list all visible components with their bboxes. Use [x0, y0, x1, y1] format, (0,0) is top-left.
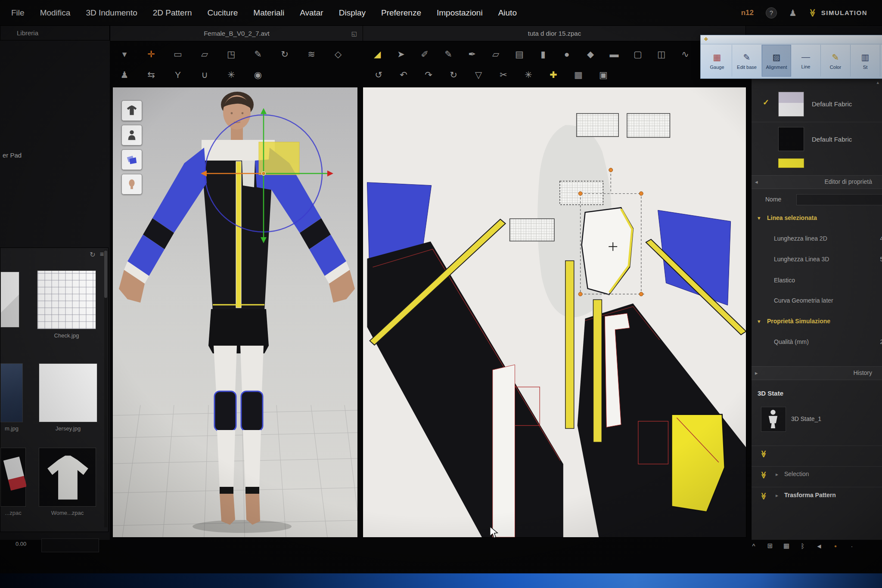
- dart-tool-icon[interactable]: ▬: [605, 45, 623, 64]
- status-field[interactable]: [41, 538, 99, 552]
- show-garment-button[interactable]: [121, 100, 142, 121]
- pattern-piece-white-sliver[interactable]: [493, 365, 515, 537]
- windows-grid-icon[interactable]: ⊞: [765, 540, 775, 552]
- circle-tool-icon[interactable]: ●: [558, 45, 576, 64]
- bone-move-icon[interactable]: ⇆: [142, 65, 160, 84]
- fabric-swatch-1[interactable]: [778, 92, 804, 117]
- library-thumb-jersey[interactable]: [39, 363, 97, 422]
- state-thumbnail[interactable]: [761, 407, 786, 432]
- edit-base-button[interactable]: ✎ Edit base: [732, 45, 762, 77]
- menu-item-impostazioni[interactable]: Impostazioni: [437, 8, 483, 18]
- bluetooth-icon[interactable]: ᛒ: [798, 540, 808, 552]
- pin-seam-icon[interactable]: Y: [169, 65, 187, 84]
- alignment-button[interactable]: ▨ Alignment: [762, 45, 791, 77]
- more-dot-icon[interactable]: ·: [847, 540, 857, 552]
- sewing-cut-icon[interactable]: ✂: [494, 65, 512, 84]
- add-point-icon[interactable]: ✎: [439, 45, 457, 64]
- pattern-piece-collar[interactable]: [582, 207, 633, 294]
- notification-dot-icon[interactable]: ●: [830, 540, 841, 552]
- fabric-rect-b[interactable]: [627, 114, 670, 138]
- library-thumb-garment-partial[interactable]: [0, 448, 26, 507]
- menu-item-cuciture[interactable]: Cuciture: [208, 8, 238, 18]
- history-header-bar[interactable]: ▸ History: [752, 366, 882, 380]
- menu-item-preferenze[interactable]: Preferenze: [381, 8, 421, 18]
- gizmo-mode-icon[interactable]: ◇: [329, 45, 347, 64]
- yellow-swatch[interactable]: [778, 158, 804, 168]
- menu-item-avatar[interactable]: Avatar: [300, 8, 323, 18]
- window-select-icon[interactable]: ◳: [222, 45, 240, 64]
- color-button[interactable]: ✎ Color: [821, 45, 851, 77]
- avatar-pose-icon[interactable]: ♟: [115, 65, 134, 84]
- menu-item-modifica[interactable]: Modifica: [40, 8, 71, 18]
- show-head-button[interactable]: [121, 174, 142, 195]
- fabric-swatch-2[interactable]: [778, 127, 804, 151]
- help-icon[interactable]: ?: [766, 7, 777, 19]
- yellow-strip-vertical-1[interactable]: [565, 261, 574, 429]
- pen-2d-icon[interactable]: ✒: [463, 45, 481, 64]
- menu-item-file[interactable]: File: [11, 8, 25, 18]
- menu-item-2d-pattern[interactable]: 2D Pattern: [153, 8, 192, 18]
- library-thumb-partial[interactable]: [0, 272, 19, 328]
- fabric-rect-d[interactable]: [510, 219, 554, 241]
- library-thumb-woman-top[interactable]: [39, 448, 96, 507]
- transform-pattern-icon[interactable]: ◢: [368, 45, 386, 64]
- add-point-plus-icon[interactable]: ✚: [544, 65, 562, 84]
- apps-grid-icon[interactable]: ▦: [781, 540, 792, 552]
- rectangle-tool-icon[interactable]: ▮: [534, 45, 552, 64]
- popout-icon[interactable]: ◱: [351, 30, 357, 37]
- document-icon[interactable]: ▤: [510, 45, 528, 64]
- avatar-account-icon[interactable]: ♟: [789, 8, 797, 18]
- viewport-2d[interactable]: [363, 87, 746, 538]
- menu-item-aiuto[interactable]: Aiuto: [498, 8, 517, 18]
- show-avatar-button[interactable]: [121, 125, 142, 145]
- speaker-icon[interactable]: ◄: [814, 540, 824, 552]
- show-pattern-button[interactable]: [121, 149, 142, 170]
- menu-item-3d-indumento[interactable]: 3D Indumento: [86, 8, 137, 18]
- edit-pattern-icon[interactable]: ➤: [392, 45, 410, 64]
- simulate-icon[interactable]: ▾: [115, 45, 134, 64]
- pen-3d-icon[interactable]: ✎: [249, 45, 267, 64]
- line-button[interactable]: — Line: [791, 45, 821, 77]
- fold-arrange-icon[interactable]: ∪: [196, 65, 214, 84]
- rotate-ccw-icon[interactable]: ↺: [370, 65, 388, 84]
- library-scrollbar[interactable]: [104, 250, 107, 527]
- library-thumb-check[interactable]: [37, 270, 96, 329]
- trace-icon[interactable]: ▱: [487, 45, 505, 64]
- scroll-up-icon[interactable]: ▴: [876, 80, 879, 85]
- notch-tool-icon[interactable]: ◫: [652, 45, 671, 64]
- simulation-toggle[interactable]: ≫ SIMULATION: [809, 8, 867, 18]
- nome-field[interactable]: [796, 194, 882, 205]
- refresh-icon[interactable]: ↻: [90, 251, 95, 259]
- flower-arrange-icon[interactable]: ✳: [222, 65, 240, 84]
- viewport-3d[interactable]: [112, 87, 358, 538]
- list-view-icon[interactable]: ≡: [100, 251, 104, 259]
- undo-icon[interactable]: ↶: [394, 65, 413, 84]
- menu-item-materiali[interactable]: Materiali: [253, 8, 284, 18]
- pattern-piece-black-left[interactable]: [367, 241, 563, 537]
- polygon-tool-icon[interactable]: ◆: [581, 45, 599, 64]
- rect-select-icon[interactable]: ▭: [169, 45, 187, 64]
- menu-item-display[interactable]: Display: [339, 8, 366, 18]
- target-icon[interactable]: ◉: [249, 65, 267, 84]
- floating-toolbar-titlebar[interactable]: ❖: [701, 35, 882, 44]
- yellow-strip-vertical-2[interactable]: [593, 300, 602, 442]
- seam-flower-icon[interactable]: ✳: [519, 65, 537, 84]
- redo-icon[interactable]: ↷: [419, 65, 438, 84]
- rounded-rect-tool-icon[interactable]: ▢: [629, 45, 647, 64]
- floating-toolbar[interactable]: ❖ ▦ Gauge ✎ Edit base ▨ Alignment — Line…: [700, 35, 882, 79]
- rotate-cw-icon[interactable]: ↻: [444, 65, 463, 84]
- curve-tool-icon[interactable]: ∿: [676, 45, 694, 64]
- move-gizmo-icon[interactable]: ✛: [142, 45, 160, 64]
- edit-point-icon[interactable]: ✐: [416, 45, 434, 64]
- wind-icon[interactable]: ≋: [302, 45, 320, 64]
- hidden-icons-chevron[interactable]: ^: [748, 540, 759, 552]
- st-button[interactable]: ▥ St: [851, 45, 880, 77]
- editor-header-bar[interactable]: ◂ Editor di proprietà: [752, 175, 882, 189]
- iron-flatten-icon[interactable]: ▽: [469, 65, 488, 84]
- rotate-view-icon[interactable]: ↻: [276, 45, 294, 64]
- library-thumb-denim[interactable]: [0, 363, 23, 422]
- lasso-select-icon[interactable]: ▱: [196, 45, 214, 64]
- grid-box-icon[interactable]: ▣: [594, 65, 612, 84]
- grid-texture-icon[interactable]: ▦: [569, 65, 587, 84]
- gauge-button[interactable]: ▦ Gauge: [702, 45, 732, 77]
